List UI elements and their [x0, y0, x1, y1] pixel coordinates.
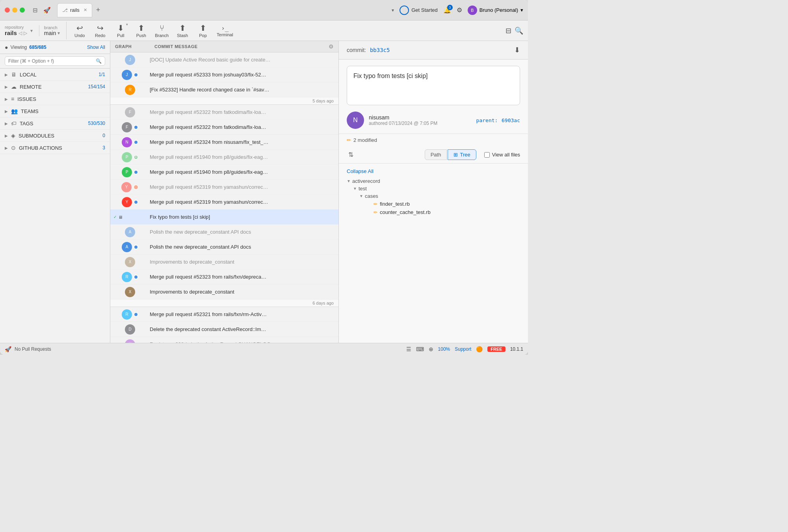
graph-cell: P	[110, 167, 150, 177]
push-button[interactable]: ⬆ Push	[131, 22, 151, 39]
show-all-button[interactable]: Show All	[87, 45, 105, 50]
table-row[interactable]: X Improvements to deprecate_constant	[110, 255, 338, 270]
sidebar-item-teams[interactable]: ▶ 👥 TEAMS	[0, 105, 110, 117]
commit-message-cell: Merge pull request #52324 from nisusam/f…	[150, 139, 338, 145]
get-started-button[interactable]: Get Started	[400, 6, 437, 15]
push-icon: ⬆	[138, 23, 145, 33]
table-row[interactable]: R Merge pull request #52321 from rails/f…	[110, 307, 338, 322]
branch-button[interactable]: ⑂ Branch	[152, 22, 172, 39]
table-row[interactable]: X Improvements to deprecate_constant	[110, 285, 338, 299]
table-row[interactable]: Y Merge pull request #52319 from yamashu…	[110, 180, 338, 195]
table-row[interactable]: J Merge pull request #52333 from joshuay…	[110, 67, 338, 82]
sidebar-item-github-actions[interactable]: ▶ ⊙ GITHUB ACTIONS 3	[0, 142, 110, 154]
table-row[interactable]: Y Merge pull request #52319 from yamashu…	[110, 195, 338, 210]
sidebar-item-local[interactable]: ▶ 🖥 LOCAL 1/1	[0, 69, 110, 81]
modified-label: ✏ 2 modified	[347, 137, 520, 143]
sidebar-item-issues[interactable]: ▶ ≡ ISSUES	[0, 93, 110, 105]
table-row[interactable]: ✓ 🖥 Fix typo from tests [ci skip]	[110, 210, 338, 225]
table-row[interactable]: F Merge pull request #52322 from fatkodi…	[110, 105, 338, 120]
table-row[interactable]: P Merge pull request #51940 from p8/guid…	[110, 165, 338, 180]
list-item[interactable]: ✏ finder_test.rb	[366, 200, 520, 208]
commit-message-cell: Delete the deprecated constant ActiveRec…	[150, 326, 338, 332]
search-filter-icon: 🔍	[96, 58, 102, 64]
new-tab-button[interactable]: +	[93, 6, 104, 14]
keyboard-icon[interactable]: ⌨	[416, 346, 424, 352]
redo-button[interactable]: ↪ Redo	[90, 22, 110, 39]
folder-cases[interactable]: ▼ cases	[359, 192, 520, 200]
terminal-button[interactable]: ›_ Terminal	[214, 23, 236, 39]
search-toolbar-icon[interactable]: 🔍	[515, 26, 523, 35]
table-row[interactable]: A Polish the new deprecate_constant API …	[110, 240, 338, 255]
network-icon[interactable]: ⊟	[506, 26, 511, 35]
table-row[interactable]: R [Fix #52332] Handle record changed cas…	[110, 82, 338, 97]
collapse-all-button[interactable]: Collapse All	[347, 167, 520, 177]
list-view-icon[interactable]: ☰	[406, 346, 411, 352]
table-row[interactable]: J [DOC] Update Active Record basic guide…	[110, 52, 338, 67]
download-button[interactable]: ⬇	[514, 46, 520, 54]
folder-activerecord[interactable]: ▼ activerecord	[347, 177, 520, 185]
tree-tab[interactable]: ⊞ Tree	[448, 149, 476, 160]
support-link[interactable]: Support	[455, 346, 471, 352]
table-row[interactable]: F Merge pull request #52322 from fatkodi…	[110, 120, 338, 135]
table-row[interactable]: A Polish the new deprecate_constant API …	[110, 225, 338, 240]
issues-list-icon: ≡	[11, 96, 14, 102]
table-row[interactable]: X Register cc298de in the Active Record …	[110, 337, 338, 343]
pull-dropdown-icon[interactable]: ▾	[126, 22, 128, 26]
titlebar-chevron-icon[interactable]: ▾	[392, 7, 394, 13]
sidebar-item-remote[interactable]: ▶ ☁ REMOTE 154/154	[0, 81, 110, 93]
view-all-files-checkbox[interactable]	[484, 152, 490, 158]
notification-button[interactable]: 🔔 3	[443, 6, 451, 14]
remote-chevron-icon: ▶	[5, 85, 8, 89]
folder-test-arrow-icon: ▼	[353, 186, 357, 191]
tab-close-icon[interactable]: ✕	[84, 7, 87, 13]
list-item[interactable]: ✏ counter_cache_test.rb	[366, 208, 520, 216]
user-menu[interactable]: B Bruno (Personal) ▾	[468, 6, 523, 15]
close-button[interactable]	[5, 7, 10, 13]
folder-activerecord-label: activerecord	[352, 178, 380, 184]
commit-panel: GRAPH COMMIT MESSAGE ⚙ J [DOC] Update Ac…	[110, 41, 339, 343]
table-row[interactable]: R Merge pull request #52323 from rails/f…	[110, 270, 338, 285]
commit-message-cell: Register cc298de in the Active Record CH…	[150, 341, 338, 343]
branch-label: branch	[44, 25, 60, 30]
titlebar-right: ▾ Get Started 🔔 3 ⚙ B Bruno (Personal) ▾	[392, 6, 523, 15]
view-tabs: Path ⊞ Tree	[425, 149, 476, 160]
sidebar-item-tags[interactable]: ▶ 🏷 TAGS 530/530	[0, 117, 110, 130]
view-all-files-toggle[interactable]: View all files	[484, 152, 520, 158]
commit-list-settings-icon[interactable]: ⚙	[329, 43, 334, 50]
repo-dropdown-icon[interactable]: ▾	[30, 28, 33, 33]
titlebar: ⊟ 🚀 ⎇ rails ✕ + ▾ Get Started 🔔 3 ⚙ B	[0, 0, 528, 20]
graph-cell: Y	[110, 182, 150, 192]
branch-dropdown-icon[interactable]: ▾	[58, 30, 60, 36]
submodules-icon: ◈	[11, 132, 15, 139]
action-section: ↩ Undo ↪ Redo ⬇ Pull ▾ ⬆ Push ⑂ Branch ⬆	[66, 22, 236, 39]
path-tab[interactable]: Path	[425, 149, 447, 160]
github-actions-label: GITHUB ACTIONS	[19, 145, 99, 151]
filter-text-input[interactable]	[8, 58, 93, 64]
statusbar-left: 🚀 No Pull Requests	[5, 346, 51, 352]
undo-button[interactable]: ↩ Undo	[70, 22, 89, 39]
teams-group-icon: 👥	[11, 108, 18, 114]
folder-test[interactable]: ▼ test	[353, 185, 520, 192]
sidebar-item-submodules[interactable]: ▶ ◈ SUBMODULES 0	[0, 130, 110, 142]
commit-message-cell: Merge pull request #52322 from fatkodima…	[150, 109, 338, 115]
tags-label-icon: 🏷	[11, 120, 17, 126]
issues-label: ISSUES	[17, 96, 102, 102]
remote-label: REMOTE	[20, 84, 85, 90]
statusbar: 🚀 No Pull Requests ☰ ⌨ ⊕ 100% Support 🟠 …	[0, 343, 528, 355]
graph-cell: R	[110, 85, 150, 95]
minimize-button[interactable]	[12, 7, 17, 13]
stash-button[interactable]: ⬆ Stash	[173, 22, 192, 39]
sort-button[interactable]: ⇅	[347, 149, 355, 160]
table-row[interactable]: P + Merge pull request #51940 from p8/gu…	[110, 150, 338, 165]
table-row[interactable]: N Merge pull request #52324 from nisusam…	[110, 135, 338, 150]
file-browser-icon[interactable]: ⊟	[33, 7, 38, 14]
rails-tab[interactable]: ⎇ rails ✕	[57, 3, 92, 17]
pull-button[interactable]: ⬇ Pull ▾	[111, 22, 130, 39]
bookmark-icon[interactable]: 🚀	[43, 7, 51, 14]
graph-cell: ✓ 🖥	[110, 215, 150, 219]
table-row[interactable]: D Delete the deprecated constant ActiveR…	[110, 322, 338, 337]
maximize-button[interactable]	[20, 7, 25, 13]
pop-button[interactable]: ⬆ Pop	[193, 22, 213, 39]
settings-icon[interactable]: ⚙	[457, 6, 462, 14]
filter-input-wrapper[interactable]: 🔍	[5, 56, 105, 66]
